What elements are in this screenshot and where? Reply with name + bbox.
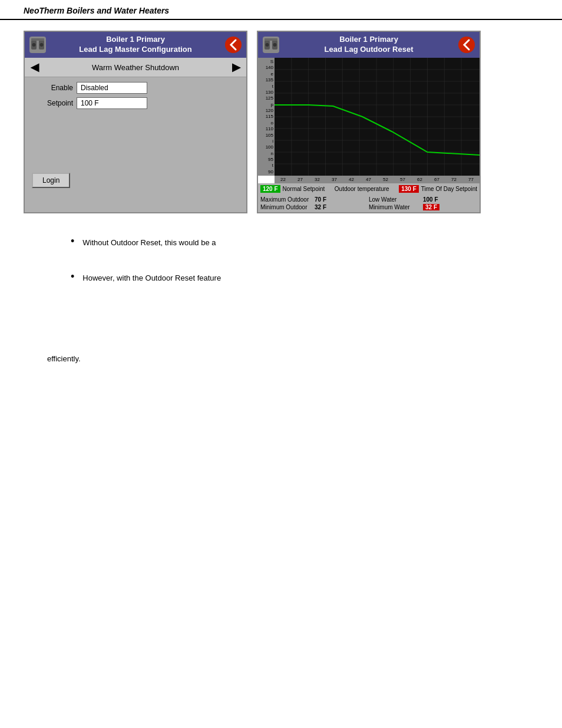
y-t: t bbox=[258, 84, 273, 89]
footer-text: efficiently. bbox=[24, 348, 538, 369]
nav-prev-arrow[interactable]: ◀ bbox=[31, 61, 39, 74]
bullet-dot-2: • bbox=[71, 271, 74, 282]
bullet-text-2: However, with the Outdoor Reset feature bbox=[82, 272, 221, 284]
x-axis-row: 22 27 32 37 42 47 52 57 62 67 72 77 bbox=[275, 176, 480, 183]
svg-point-6 bbox=[225, 37, 242, 53]
x-37: 37 bbox=[332, 177, 337, 182]
page-header: NeoTherm Boilers and Water Heaters bbox=[0, 0, 562, 20]
back-icon-right[interactable] bbox=[457, 35, 476, 54]
data-row-2: Minimum Outdoor 32 F Minimum Water 32 F bbox=[260, 203, 477, 211]
x-67: 67 bbox=[434, 177, 439, 182]
min-outdoor-label: Minimum Outdoor bbox=[260, 204, 315, 210]
setpoint-label: Setpoint bbox=[32, 99, 73, 107]
x-57: 57 bbox=[400, 177, 405, 182]
normal-setpoint-label: Normal Setpoint bbox=[283, 186, 325, 192]
left-panel: Boiler 1 Primary Lead Lag Master Configu… bbox=[24, 31, 247, 213]
bullet-dot-1: • bbox=[71, 236, 74, 246]
svg-rect-5 bbox=[31, 38, 44, 41]
login-button[interactable]: Login bbox=[32, 173, 70, 188]
min-water-label: Minimum Water bbox=[369, 204, 423, 210]
y-e: e bbox=[258, 71, 273, 77]
enable-label: Enable bbox=[32, 84, 73, 92]
x-47: 47 bbox=[366, 177, 371, 182]
low-water-label: Low Water bbox=[369, 196, 423, 203]
y-105: 105 bbox=[258, 133, 273, 138]
svg-rect-12 bbox=[265, 38, 277, 41]
left-panel-header: Boiler 1 Primary Lead Lag Master Configu… bbox=[25, 32, 246, 58]
y-110: 110 bbox=[258, 126, 273, 131]
y-100: 100 bbox=[258, 144, 273, 150]
svg-point-10 bbox=[266, 43, 269, 47]
back-icon-left[interactable] bbox=[224, 35, 243, 54]
x-77: 77 bbox=[468, 177, 474, 182]
chart-svg bbox=[275, 58, 480, 176]
right-panel-header: Boiler 1 Primary Lead Lag Outdoor Reset bbox=[258, 32, 480, 58]
low-water-value: 100 F bbox=[423, 196, 477, 203]
y-120: 120 bbox=[258, 108, 273, 113]
nav-title: Warm Weather Shutdown bbox=[45, 63, 226, 72]
setpoint-value[interactable]: 100 F bbox=[77, 97, 147, 109]
x-72: 72 bbox=[451, 177, 457, 182]
boiler-icon-right bbox=[262, 35, 280, 54]
y-90: 90 bbox=[258, 169, 273, 174]
bullet-text-1: Without Outdoor Reset, this would be a bbox=[82, 237, 216, 249]
y-95: 95 bbox=[258, 157, 273, 162]
y-i: i bbox=[258, 139, 273, 144]
normal-setpoint-value[interactable]: 120 F bbox=[260, 185, 280, 193]
chart-area: S 140 e 135 t 130 125 p 120 115 o 110 10… bbox=[258, 58, 480, 176]
time-of-day-label: Time Of Day Setpoint bbox=[421, 186, 477, 192]
bullet-item-1: • Without Outdoor Reset, this would be a bbox=[47, 237, 515, 249]
y-label-s: S bbox=[258, 59, 273, 64]
x-22: 22 bbox=[280, 177, 286, 182]
setpoint-labels-row: 120 F Normal Setpoint Outdoor temperatur… bbox=[258, 183, 480, 195]
y-p: p bbox=[258, 102, 273, 107]
form-spacer bbox=[25, 120, 246, 167]
panels-row: Boiler 1 Primary Lead Lag Master Configu… bbox=[24, 31, 538, 213]
svg-point-11 bbox=[273, 43, 277, 47]
x-62: 62 bbox=[417, 177, 422, 182]
y-t2: t bbox=[258, 163, 273, 168]
right-panel-title: Boiler 1 Primary Lead Lag Outdoor Reset bbox=[325, 35, 414, 55]
nav-next-arrow[interactable]: ▶ bbox=[232, 61, 240, 74]
svg-point-13 bbox=[458, 37, 475, 53]
header-title: NeoTherm Boilers and Water Heaters bbox=[24, 6, 169, 15]
body-text: • Without Outdoor Reset, this would be a… bbox=[24, 231, 538, 313]
content-area: Boiler 1 Primary Lead Lag Master Configu… bbox=[0, 31, 562, 369]
max-outdoor-value: 70 F bbox=[315, 196, 369, 203]
data-row-1: Maximum Outdoor 70 F Low Water 100 F bbox=[260, 196, 477, 203]
y-130: 130 bbox=[258, 90, 273, 95]
x-27: 27 bbox=[297, 177, 303, 182]
x-42: 42 bbox=[349, 177, 354, 182]
chart-y-axis: S 140 e 135 t 130 125 p 120 115 o 110 10… bbox=[258, 58, 275, 176]
y-115: 115 bbox=[258, 114, 273, 119]
bullet-item-2: • However, with the Outdoor Reset featur… bbox=[47, 272, 515, 284]
right-panel: Boiler 1 Primary Lead Lag Outdoor Reset … bbox=[257, 31, 481, 213]
y-125: 125 bbox=[258, 95, 273, 101]
y-140: 140 bbox=[258, 65, 273, 70]
time-of-day-value[interactable]: 130 F bbox=[399, 185, 419, 193]
x-52: 52 bbox=[383, 177, 388, 182]
setpoint-row: Setpoint 100 F bbox=[32, 97, 239, 109]
y-n: n bbox=[258, 151, 273, 156]
boiler-icon-left bbox=[28, 35, 47, 54]
nav-row: ◀ Warm Weather Shutdown ▶ bbox=[25, 58, 246, 77]
chart-main bbox=[275, 58, 480, 176]
enable-row: Enable Disabled bbox=[32, 82, 239, 94]
max-outdoor-label: Maximum Outdoor bbox=[260, 196, 315, 203]
min-water-value[interactable]: 32 F bbox=[423, 204, 477, 210]
login-area: Login bbox=[25, 167, 246, 194]
y-135: 135 bbox=[258, 77, 273, 83]
data-table: Maximum Outdoor 70 F Low Water 100 F Min… bbox=[258, 195, 480, 212]
x-32: 32 bbox=[315, 177, 320, 182]
enable-value[interactable]: Disabled bbox=[77, 82, 147, 94]
outdoor-temp-label: Outdoor temperature bbox=[327, 186, 396, 192]
svg-point-3 bbox=[32, 43, 36, 47]
svg-point-4 bbox=[40, 43, 44, 47]
form-body: Enable Disabled Setpoint 100 F bbox=[25, 77, 246, 120]
min-outdoor-value: 32 F bbox=[315, 204, 369, 210]
left-panel-title: Boiler 1 Primary Lead Lag Master Configu… bbox=[79, 35, 191, 55]
y-o: o bbox=[258, 120, 273, 126]
